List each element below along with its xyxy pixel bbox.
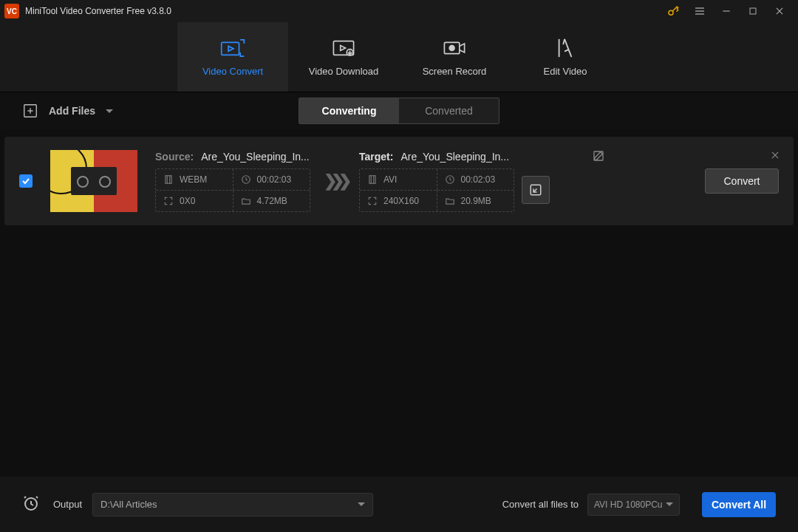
source-dimensions: 0X0 (156, 191, 233, 211)
tab-video-download[interactable]: Video Download (288, 22, 399, 92)
tab-label: Video Convert (202, 66, 263, 77)
output-path-select[interactable]: D:\All Articles (92, 493, 373, 516)
svg-point-14 (449, 45, 454, 50)
status-segmented: Converting Converted (299, 98, 499, 124)
target-dimensions: 240X160 (360, 191, 437, 211)
app-logo-icon: VC (4, 4, 19, 18)
remove-item-button[interactable] (770, 150, 780, 163)
output-format-select[interactable]: AVI HD 1080PCu (587, 494, 680, 516)
format-icon (163, 174, 174, 185)
expand-icon (163, 196, 174, 206)
menu-icon[interactable] (693, 4, 706, 18)
item-checkbox[interactable] (19, 174, 33, 188)
close-button[interactable] (773, 4, 786, 18)
folder-icon (445, 196, 455, 206)
svg-rect-5 (750, 8, 756, 14)
source-filename: Are_You_Sleeping_In... (201, 151, 310, 163)
clock-icon (241, 174, 251, 185)
expand-icon (367, 196, 378, 206)
chevron-down-icon (666, 502, 673, 506)
app-title: MiniTool Video Converter Free v3.8.0 (25, 6, 666, 16)
svg-marker-11 (341, 45, 346, 50)
target-label: Target: (359, 151, 393, 163)
edit-icon (593, 150, 604, 162)
output-label: Output (53, 499, 82, 510)
chevron-down-icon (358, 502, 365, 506)
add-file-icon (22, 103, 38, 119)
alarm-icon (22, 494, 40, 512)
schedule-button[interactable] (22, 494, 40, 515)
file-list: Source: Are_You_Sleeping_In... WEBM 00:0… (0, 129, 798, 233)
source-duration: 00:02:03 (233, 169, 310, 190)
tab-label: Edit Video (543, 66, 587, 77)
target-format: AVI (360, 169, 437, 190)
maximize-button[interactable] (746, 4, 760, 18)
add-files-label: Add Files (49, 105, 95, 117)
tab-label: Screen Record (423, 66, 487, 77)
source-label: Source: (155, 151, 194, 163)
convert-button[interactable]: Convert (705, 168, 779, 194)
tab-label: Video Download (309, 66, 378, 77)
tab-edit-video[interactable]: Edit Video (510, 22, 621, 92)
target-filename: Are_You_Sleeping_In... (400, 151, 509, 163)
target-settings-button[interactable] (522, 176, 550, 204)
seg-converted[interactable]: Converted (399, 98, 499, 123)
svg-point-0 (669, 10, 673, 15)
add-files-button[interactable]: Add Files (22, 103, 113, 119)
arrow-icon: ❯❯❯ (324, 171, 346, 191)
title-bar: VC MiniTool Video Converter Free v3.8.0 (0, 0, 798, 22)
bottom-bar: Output D:\All Articles Convert all files… (0, 477, 798, 532)
seg-converting[interactable]: Converting (299, 98, 399, 123)
sub-toolbar: Add Files Converting Converted (0, 92, 798, 129)
svg-rect-8 (222, 42, 239, 55)
source-size: 4.72MB (233, 191, 310, 211)
edit-target-button[interactable] (593, 150, 604, 165)
main-tabs: Video Convert Video Download Screen Reco… (0, 22, 798, 92)
folder-icon (241, 196, 251, 206)
target-size: 20.9MB (437, 191, 514, 211)
clock-icon (445, 174, 455, 185)
tab-screen-record[interactable]: Screen Record (399, 22, 510, 92)
settings-icon (529, 183, 542, 197)
download-icon (331, 38, 356, 58)
svg-rect-22 (369, 175, 375, 183)
file-item: Source: Are_You_Sleeping_In... WEBM 00:0… (4, 137, 794, 225)
convert-all-button[interactable]: Convert All (702, 492, 776, 517)
output-path-value: D:\All Articles (100, 499, 157, 510)
minimize-button[interactable] (720, 4, 733, 18)
source-format: WEBM (156, 169, 233, 190)
convert-all-to-label: Convert all files to (502, 499, 579, 510)
video-thumbnail[interactable] (50, 150, 137, 212)
edit-icon (555, 38, 576, 58)
target-duration: 00:02:03 (437, 169, 514, 190)
format-icon (367, 174, 378, 185)
convert-icon (220, 38, 245, 58)
target-block: Target: Are_You_Sleeping_In... AVI 00:02… (359, 151, 550, 212)
record-icon (442, 38, 467, 58)
svg-marker-9 (228, 46, 233, 51)
output-format-value: AVI HD 1080PCu (594, 499, 663, 510)
source-block: Source: Are_You_Sleeping_In... WEBM 00:0… (155, 151, 310, 212)
tab-video-convert[interactable]: Video Convert (177, 22, 288, 92)
chevron-down-icon (106, 109, 113, 113)
upgrade-key-icon[interactable] (666, 4, 680, 18)
svg-rect-18 (166, 175, 171, 183)
